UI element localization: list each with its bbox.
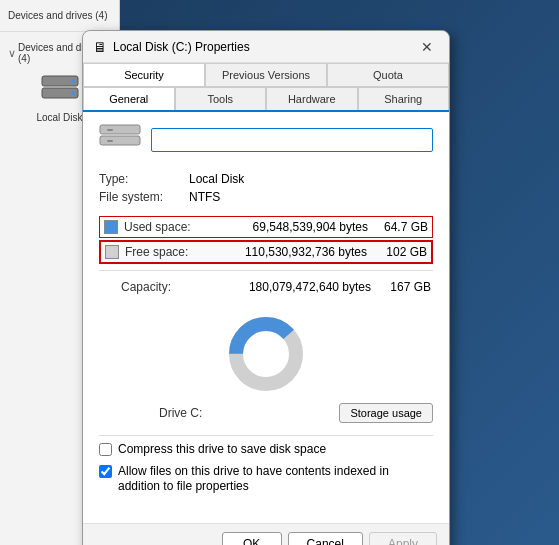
- free-color-box: [105, 245, 119, 259]
- free-space-bytes: 110,530,932,736 bytes: [213, 245, 379, 259]
- desktop: Devices and drives (4) ∨ Devices and dri…: [0, 0, 559, 545]
- index-checkbox-row: Allow files on this drive to have conten…: [99, 464, 433, 495]
- tab-previous-versions[interactable]: Previous Versions: [205, 63, 327, 86]
- hard-drive-icon: [40, 74, 80, 110]
- used-space-bytes: 69,548,539,904 bytes: [212, 220, 380, 234]
- tab-hardware[interactable]: Hardware: [266, 87, 358, 110]
- dialog-titlebar: 🖥 Local Disk (C:) Properties ✕: [83, 31, 449, 63]
- separator2: [99, 435, 433, 436]
- capacity-row: Capacity: 180,079,472,640 bytes 167 GB: [99, 277, 433, 297]
- drive-c-label: Drive C:: [99, 406, 202, 420]
- svg-rect-6: [107, 129, 113, 131]
- ok-button[interactable]: OK: [222, 532, 282, 545]
- tabs-row2: General Tools Hardware Sharing: [83, 87, 449, 112]
- used-space-gb: 64.7 GB: [380, 220, 428, 234]
- used-color-box: [104, 220, 118, 234]
- dialog-close-button[interactable]: ✕: [415, 35, 439, 59]
- svg-rect-7: [107, 140, 113, 142]
- free-space-gb: 102 GB: [379, 245, 427, 259]
- dialog-content: Type: Local Disk File system: NTFS Used …: [83, 112, 449, 523]
- drive-icon-row: [99, 124, 433, 156]
- used-space-row: Used space: 69,548,539,904 bytes 64.7 GB: [99, 216, 433, 238]
- compress-label[interactable]: Compress this drive to save disk space: [118, 442, 326, 458]
- donut-container: [99, 309, 433, 399]
- capacity-bytes: 180,079,472,640 bytes: [209, 280, 383, 294]
- drive-icon-block: [99, 124, 141, 156]
- drive-icon: 🖥: [93, 39, 107, 55]
- explorer-titlebar: Devices and drives (4): [0, 0, 119, 32]
- free-space-label: Free space:: [125, 245, 213, 259]
- storage-usage-button[interactable]: Storage usage: [339, 403, 433, 423]
- cancel-button[interactable]: Cancel: [288, 532, 363, 545]
- compress-checkbox-row: Compress this drive to save disk space: [99, 442, 433, 458]
- svg-point-3: [71, 91, 75, 95]
- tab-security[interactable]: Security: [83, 63, 205, 86]
- type-value: Local Disk: [189, 172, 244, 186]
- index-label[interactable]: Allow files on this drive to have conten…: [118, 464, 433, 495]
- chevron-down-icon: ∨: [8, 47, 16, 60]
- type-label: Type:: [99, 172, 189, 186]
- drive-label-row: Drive C: Storage usage: [99, 403, 433, 423]
- donut-chart: [221, 309, 311, 399]
- capacity-label: Capacity:: [121, 280, 209, 294]
- svg-rect-5: [100, 136, 140, 145]
- drive-label-input[interactable]: [151, 128, 433, 152]
- local-disk-label: Local Disk: [36, 112, 82, 123]
- checkbox-area: Compress this drive to save disk space A…: [99, 442, 433, 511]
- tab-tools[interactable]: Tools: [175, 87, 267, 110]
- tab-general[interactable]: General: [83, 87, 175, 110]
- explorer-title: Devices and drives (4): [8, 10, 107, 21]
- capacity-gb: 167 GB: [383, 280, 431, 294]
- drive-layers-icon: [99, 124, 141, 156]
- used-space-label: Used space:: [124, 220, 212, 234]
- properties-dialog: 🖥 Local Disk (C:) Properties ✕ Security …: [82, 30, 450, 545]
- dialog-title: Local Disk (C:) Properties: [113, 40, 415, 54]
- compress-checkbox[interactable]: [99, 443, 112, 456]
- free-space-row: Free space: 110,530,932,736 bytes 102 GB: [99, 240, 433, 264]
- tab-quota[interactable]: Quota: [327, 63, 449, 86]
- svg-point-2: [71, 79, 75, 83]
- type-row: Type: Local Disk: [99, 170, 433, 188]
- capacity-spacer: [101, 280, 115, 294]
- separator: [99, 270, 433, 271]
- info-table: Type: Local Disk File system: NTFS: [99, 170, 433, 206]
- filesystem-label: File system:: [99, 190, 189, 204]
- tab-sharing[interactable]: Sharing: [358, 87, 450, 110]
- filesystem-value: NTFS: [189, 190, 220, 204]
- tabs-row1: Security Previous Versions Quota: [83, 63, 449, 87]
- filesystem-row: File system: NTFS: [99, 188, 433, 206]
- index-checkbox[interactable]: [99, 465, 112, 478]
- svg-point-10: [244, 332, 288, 376]
- svg-rect-4: [100, 125, 140, 134]
- apply-button[interactable]: Apply: [369, 532, 437, 545]
- dialog-buttons: OK Cancel Apply: [83, 523, 449, 545]
